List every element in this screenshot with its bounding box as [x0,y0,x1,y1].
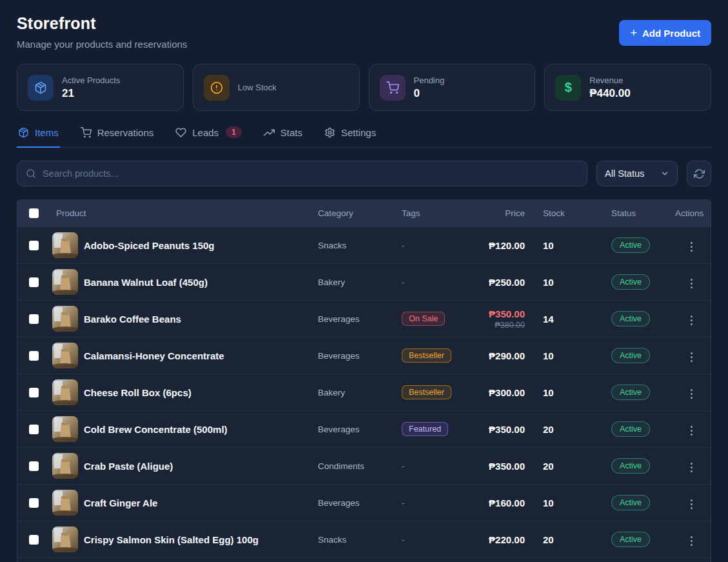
product-name: Banana Walnut Loaf (450g) [84,277,208,288]
row-checkbox[interactable] [29,498,39,508]
search-box [17,161,587,186]
package-icon [18,127,29,138]
tab-bar: Items Reservations Leads 1 Stats Setting… [17,121,711,148]
title-block: Storefront Manage your products and rese… [17,14,187,50]
tab-label: Stats [280,127,302,138]
table-row: Cold Brew Concentrate (500ml) Beverages … [17,410,711,447]
refresh-button[interactable] [687,161,711,186]
product-stock: 20 [530,424,595,435]
product-thumbnail [52,269,78,295]
storefront-page: Storefront Manage your products and rese… [0,0,728,562]
stat-card-low-stock: Low Stock [193,64,360,111]
filter-toolbar: All Status [17,161,711,186]
search-input[interactable] [43,168,578,179]
product-name: Crispy Salmon Skin (Salted Egg) 100g [84,534,259,545]
product-stock: 20 [530,534,595,545]
gear-icon [324,127,335,138]
product-stock: 20 [530,461,595,472]
products-table: Product Category Tags Price Stock Status… [17,199,711,562]
product-stock: 10 [530,497,595,508]
stat-card-revenue: $ Revenue ₱440.00 [544,64,711,111]
product-thumbnail [52,416,78,442]
table-row: Cheese Roll Box (6pcs) Bakery Bestseller… [17,374,711,410]
stat-label: Active Products [62,75,120,85]
row-actions-menu-button[interactable] [685,532,698,550]
tab-stats[interactable]: Stats [262,121,304,148]
heart-icon [175,127,186,138]
status-badge: Active [611,311,650,326]
product-stock: 10 [530,387,595,398]
stat-cards: Active Products 21 Low Stock Pending 0 $ [17,64,711,111]
row-actions-menu-button[interactable] [685,459,698,477]
product-thumbnail [52,306,78,332]
page-title: Storefront [17,14,187,33]
product-price: ₱250.00 [469,277,525,288]
product-thumbnail [52,232,78,258]
column-header-stock: Stock [530,208,595,218]
table-header: Product Category Tags Price Stock Status… [17,200,711,226]
table-row: Crispy Salmon Skin (Salted Egg) 100g Sna… [17,521,711,557]
stat-value: 0 [414,87,445,100]
product-stock: 10 [530,240,595,251]
row-checkbox[interactable] [29,351,39,361]
row-checkbox[interactable] [29,535,39,545]
product-name: Cold Brew Concentrate (500ml) [84,424,228,435]
product-category: Beverages [318,314,402,324]
product-price: ₱350.00 [469,424,525,435]
row-checkbox[interactable] [29,241,39,250]
row-actions-menu-button[interactable] [685,496,698,514]
tab-label: Settings [341,127,376,138]
status-badge: Active [611,495,650,510]
row-actions-menu-button[interactable] [685,312,698,330]
product-tag: - [402,498,404,508]
tab-items[interactable]: Items [17,121,60,148]
product-tag: - [402,277,404,287]
page-subtitle: Manage your products and reservations [17,39,187,50]
row-actions-menu-button[interactable] [685,422,698,440]
product-category: Bakery [318,277,402,287]
tab-label: Leads [192,127,219,138]
product-stock: 10 [530,350,595,361]
column-header-price: Price [469,208,530,218]
search-icon [26,168,36,179]
cart-icon [81,127,92,138]
table-row: Crab Paste (Aligue) Condiments - ₱350.00… [17,447,711,484]
product-thumbnail [52,527,78,552]
row-actions-menu-button[interactable] [685,385,698,403]
tab-reservations[interactable]: Reservations [79,121,155,148]
tab-label: Items [35,127,59,138]
tab-settings[interactable]: Settings [323,121,377,148]
row-actions-menu-button[interactable] [685,275,698,293]
product-old-price: ₱380.00 [469,321,525,330]
stat-card-pending: Pending 0 [369,64,536,111]
cart-icon [380,75,406,101]
row-checkbox[interactable] [29,277,39,287]
row-checkbox[interactable] [29,314,39,324]
row-actions-menu-button[interactable] [685,348,698,366]
product-category: Beverages [318,498,402,508]
add-product-label: Add Product [642,28,700,39]
status-filter-select[interactable]: All Status [596,161,678,186]
select-all-checkbox[interactable] [29,208,39,218]
product-name: Barako Coffee Beans [84,314,181,325]
status-badge: Active [611,421,650,437]
add-product-button[interactable]: + Add Product [619,20,711,46]
product-category: Snacks [318,535,402,545]
table-row: Banana Walnut Loaf (450g) Bakery - ₱250.… [17,263,711,300]
refresh-icon [694,168,705,179]
table-row: Barako Coffee Beans Beverages On Sale ₱3… [17,300,711,337]
tab-leads[interactable]: Leads 1 [174,121,243,148]
product-tag: - [402,241,404,250]
product-tag: Bestseller [402,385,451,399]
status-badge: Active [611,348,650,363]
row-checkbox[interactable] [29,461,39,471]
column-header-tags: Tags [402,208,469,218]
product-name: Adobo-Spiced Peanuts 150g [84,240,215,251]
row-actions-menu-button[interactable] [685,238,698,256]
status-badge: Active [611,458,650,474]
row-checkbox[interactable] [29,388,39,397]
product-tag: On Sale [402,312,445,326]
column-header-product: Product [52,208,318,218]
row-checkbox[interactable] [29,425,39,434]
product-price: ₱160.00 [469,497,525,508]
